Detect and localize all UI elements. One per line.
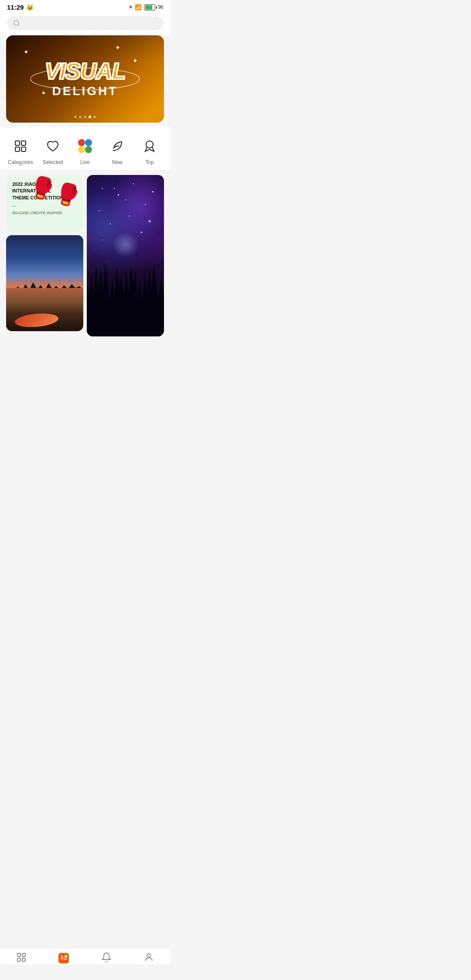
- sparkle-4: ✦: [115, 44, 120, 51]
- wifi-icon: 📶: [135, 4, 142, 10]
- competition-card[interactable]: 2022 XIAOMIINTERNATIONALTHEME COMPETITIO…: [6, 175, 83, 232]
- svg-rect-3: [21, 141, 26, 145]
- lake-scene: [6, 235, 83, 331]
- new-label: New: [112, 159, 123, 165]
- hero-dot-2[interactable]: [79, 116, 82, 118]
- sparkle-2: ✦: [133, 57, 138, 64]
- hero-dots: [74, 116, 96, 118]
- content-grid: 2022 XIAOMIINTERNATIONALTHEME COMPETITIO…: [6, 175, 164, 336]
- night-forest-card[interactable]: [87, 175, 164, 336]
- svg-point-1: [31, 68, 140, 90]
- categories-label: Categories: [8, 159, 33, 165]
- sidebar-item-live[interactable]: Live: [69, 136, 101, 165]
- sidebar-item-new[interactable]: New: [101, 136, 133, 165]
- svg-rect-5: [21, 147, 26, 151]
- svg-rect-4: [15, 147, 20, 151]
- ribbon-icon: [143, 139, 157, 153]
- live-label: Live: [80, 159, 90, 165]
- heart-icon: [46, 139, 60, 153]
- battery-tip: [156, 6, 157, 9]
- live-icon-wrap: [75, 136, 96, 157]
- competition-subtitle: IMAGINE.CREATE.INSPIRE.: [12, 211, 77, 215]
- svg-point-6: [146, 141, 153, 148]
- status-time: 11:29: [7, 3, 24, 11]
- svg-rect-2: [15, 141, 20, 145]
- search-bar[interactable]: [7, 16, 163, 30]
- hero-orbit: [28, 66, 142, 92]
- content-section: 2022 XIAOMIINTERNATIONALTHEME COMPETITIO…: [0, 170, 170, 342]
- hero-dot-5[interactable]: [93, 116, 96, 118]
- left-column: 2022 XIAOMIINTERNATIONALTHEME COMPETITIO…: [6, 175, 83, 336]
- status-bar: 11:29 🐱 ✕ 📶 90: [0, 0, 170, 13]
- sidebar-item-top[interactable]: Top: [133, 136, 166, 165]
- sidebar-item-categories[interactable]: Categories: [4, 136, 37, 165]
- search-bar-container: [0, 13, 170, 35]
- battery-percent: 90: [158, 5, 163, 10]
- right-column: [87, 175, 164, 336]
- pinwheel-icon: [77, 138, 93, 154]
- leaf-icon: [110, 139, 124, 153]
- new-icon-wrap: [107, 136, 128, 157]
- battery-fill: [145, 5, 152, 10]
- svg-point-0: [14, 21, 19, 25]
- battery-indicator: 90: [144, 4, 163, 10]
- grid-icon: [14, 139, 27, 153]
- hero-dot-4[interactable]: [89, 116, 91, 118]
- landscape-card[interactable]: [6, 235, 83, 331]
- snapchat-icon: 🐱: [26, 4, 34, 11]
- hero-banner[interactable]: ✦ ✦ ✦ ✦ VISUAL DELIGHT: [6, 35, 164, 123]
- sparkle-1: ✦: [24, 48, 29, 55]
- status-icons: ✕ 📶 90: [129, 4, 163, 10]
- forest-glow: [113, 232, 139, 258]
- hero-dot-1[interactable]: [74, 116, 77, 118]
- search-icon: [13, 20, 20, 27]
- categories-row: Categories Selected Live: [0, 127, 170, 170]
- selected-icon-wrap: [42, 136, 63, 157]
- sim-icon: ✕: [129, 4, 133, 10]
- sidebar-item-selected[interactable]: Selected: [37, 136, 69, 165]
- hero-dot-3[interactable]: [84, 116, 86, 118]
- top-label: Top: [145, 159, 154, 165]
- top-icon-wrap: [139, 136, 160, 157]
- categories-icon-wrap: [10, 136, 31, 157]
- selected-label: Selected: [43, 159, 63, 165]
